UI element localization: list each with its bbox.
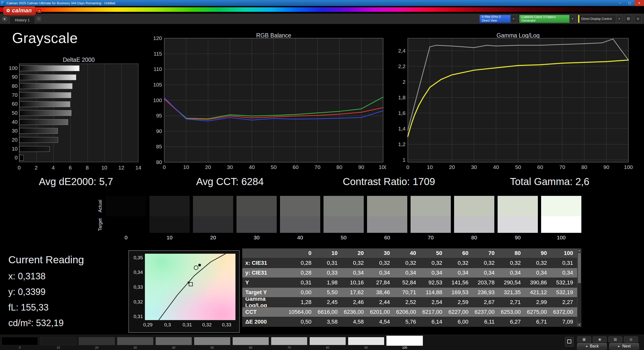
nav-arrow-icon[interactable]: ▶ — [2, 16, 8, 22]
toolbar-icon-button-1[interactable]: ▦ — [577, 336, 591, 342]
swatch-actual-40 — [280, 196, 320, 216]
avg-de2000-stat: Avg dE2000: 5,7 — [39, 176, 113, 187]
patch-button-50[interactable] — [194, 337, 230, 345]
table-cell: 0,34 — [368, 268, 394, 278]
table-header-cell: 90 — [525, 248, 551, 258]
patch-button-70[interactable] — [271, 337, 307, 345]
table-row: Y0,311,9810,1627,8452,8492,53141,56203,7… — [242, 278, 581, 288]
table-row-label: Target Y — [242, 288, 289, 297]
table-cell: 10,16 — [342, 278, 368, 287]
table-scrollbar[interactable]: ▲ ▼ — [577, 248, 581, 327]
svg-text:100: 100 — [153, 97, 162, 103]
maximize-icon[interactable]: ▢ — [625, 0, 634, 6]
back-button[interactable]: ◄ Back — [577, 343, 607, 349]
axis-tick-label: 10 — [101, 165, 108, 171]
display-control-button[interactable]: Direct Display Control — [578, 15, 616, 23]
reading-marker — [194, 266, 198, 270]
gamma-chart: Gamma Log/Log 010203040506070809010011,2… — [394, 30, 636, 176]
axis-tick-label: 0,29 — [142, 322, 154, 328]
svg-text:120: 120 — [153, 35, 162, 41]
deltae-bar — [19, 155, 24, 161]
axis-tick-label: 80 — [8, 83, 18, 89]
table-cell: 7,09 — [551, 317, 577, 327]
axis-tick-label: 4 — [50, 165, 57, 171]
add-tab-button[interactable]: + — [36, 17, 41, 21]
svg-text:60: 60 — [537, 164, 543, 170]
table-cell: 390,86 — [525, 278, 551, 287]
table-cell: 6217,00 — [420, 307, 446, 317]
swatch-label: 100 — [541, 235, 581, 241]
svg-text:40: 40 — [249, 164, 255, 170]
tab-history-1[interactable]: History 1 — [10, 16, 35, 24]
table-cell: 2,44 — [368, 297, 394, 307]
svg-text:20: 20 — [205, 164, 211, 170]
pattern-generator-button[interactable]: CalMAN Client 3 Pattern Generator — [519, 15, 570, 23]
patch-label: 0 — [2, 346, 38, 349]
patch-button-20[interactable] — [78, 337, 115, 345]
deltae-chart-title: DeltaE 2000 — [19, 57, 138, 63]
axis-tick-label: 60 — [8, 101, 18, 107]
patch-button-40[interactable] — [155, 337, 192, 345]
svg-text:2,2: 2,2 — [398, 63, 406, 69]
patch-button-0[interactable] — [2, 337, 38, 345]
swatch-target-70 — [411, 216, 451, 233]
next-button[interactable]: ► Next — [609, 343, 639, 349]
pattern-window-button[interactable] — [565, 337, 574, 346]
table-cell: 321,35 — [499, 288, 525, 297]
table-cell: 421,12 — [525, 288, 551, 297]
calman-logo[interactable]: ✿ calman ▼ — [3, 7, 41, 15]
menu-icon[interactable]: ≡ — [634, 15, 641, 23]
scroll-thumb[interactable] — [578, 253, 581, 283]
actual-label: Actual — [98, 196, 103, 217]
meter-button[interactable]: X-Rite i1Pro 3 Direct View — [479, 15, 511, 23]
tabbar: ▶ History 1 + X-Rite i1Pro 3 Direct View… — [0, 14, 644, 24]
table-cell: 0,32 — [394, 258, 420, 268]
swatch-strip: Actual Target 0102030405060708090100 — [0, 194, 644, 243]
table-cell: 10564,00 — [289, 307, 315, 317]
patch-button-30[interactable] — [117, 337, 153, 345]
patch-button-60[interactable] — [232, 337, 269, 345]
patch-label: 100 — [386, 346, 423, 349]
total-gamma-stat: Total Gamma: 2,6 — [510, 176, 589, 187]
axis-tick-label: 10 — [8, 146, 18, 152]
svg-text:40: 40 — [493, 164, 499, 170]
chevron-down-icon[interactable]: ▾ — [511, 15, 517, 23]
toolbar-icon-button-3[interactable]: ▤ — [608, 336, 622, 342]
chevron-down-icon[interactable]: ▾ — [616, 15, 622, 23]
swatch-target-50 — [324, 216, 364, 233]
svg-text:0: 0 — [163, 164, 166, 170]
svg-text:80: 80 — [336, 164, 342, 170]
patch-button-90[interactable] — [348, 337, 384, 345]
swatch-target-100 — [541, 216, 581, 233]
axis-tick-label: 0,33 — [130, 284, 143, 290]
scroll-down-icon[interactable]: ▼ — [577, 323, 581, 327]
table-cell: 4,58 — [342, 317, 368, 327]
patch-button-80[interactable] — [309, 337, 346, 345]
close-icon[interactable]: ✕ — [634, 0, 644, 6]
swatch-label: 20 — [193, 235, 233, 241]
deltae-bar — [19, 137, 58, 143]
svg-text:10: 10 — [427, 164, 433, 170]
patch-label: 60 — [232, 346, 269, 349]
swatch-label: 10 — [149, 235, 190, 241]
scroll-up-icon[interactable]: ▲ — [577, 248, 581, 252]
patch-button-100[interactable] — [386, 336, 423, 346]
patch-label: 20 — [78, 346, 115, 349]
table-header-cell: 60 — [446, 248, 472, 258]
table-cell: 0,32 — [499, 258, 525, 268]
table-cell: 0,33 — [315, 268, 342, 278]
svg-text:2,4: 2,4 — [398, 48, 406, 54]
gear-icon[interactable]: ⚙ — [625, 15, 632, 23]
swatch-label: 90 — [498, 235, 538, 241]
table-cell: 0,32 — [368, 258, 394, 268]
chevron-down-icon[interactable]: ▾ — [570, 15, 576, 23]
toolbar-icon-button-2[interactable]: ◉ — [593, 336, 607, 342]
toolbar-icon-button-4[interactable]: ◎ — [624, 336, 638, 342]
target-label: Target — [98, 214, 103, 235]
table-header-cell: 80 — [499, 248, 525, 258]
patch-button-10[interactable] — [40, 337, 76, 345]
reading-cdm2: cd/m²: 532,19 — [8, 318, 64, 328]
minimize-icon[interactable]: – — [615, 0, 625, 6]
table-row-label: x: CIE31 — [242, 258, 289, 268]
logo-caret-icon[interactable]: ▼ — [37, 9, 41, 13]
